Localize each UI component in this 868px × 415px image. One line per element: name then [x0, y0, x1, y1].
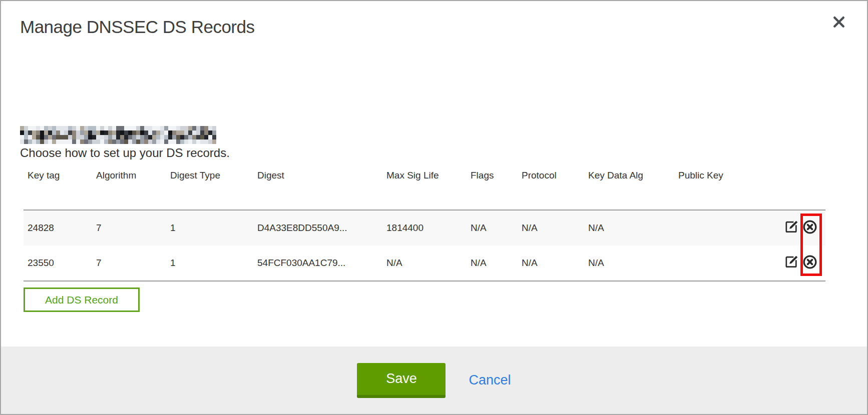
edit-pencil-icon	[784, 254, 799, 272]
cell-max-sig-life: N/A	[382, 258, 467, 268]
cell-algorithm: 7	[92, 258, 166, 268]
circle-x-delete-icon	[802, 220, 817, 237]
cell-key-tag: 23550	[24, 258, 92, 268]
cell-digest: 54FCF030AA1C79...	[253, 258, 382, 268]
col-header-protocol: Protocol	[518, 170, 584, 181]
page-title: Manage DNSSEC DS Records	[20, 17, 254, 37]
circle-x-delete-icon	[802, 254, 817, 272]
table-header-row: Key tag Algorithm Digest Type Digest Max…	[24, 170, 825, 181]
col-header-max-sig-life: Max Sig Life	[382, 170, 467, 181]
cell-protocol: N/A	[518, 222, 584, 234]
edit-pencil-icon	[784, 220, 799, 236]
cell-algorithm: 7	[92, 222, 166, 234]
cell-flags: N/A	[467, 222, 518, 234]
ds-records-table: 24828 7 1 D4A33E8DD550A9... 1814400 N/A …	[24, 210, 825, 282]
redacted-domain	[20, 126, 216, 144]
save-button[interactable]: Save	[357, 363, 446, 398]
cell-key-tag: 24828	[24, 222, 92, 234]
cell-protocol: N/A	[518, 258, 584, 268]
col-header-digest: Digest	[253, 170, 382, 181]
table-row: 24828 7 1 D4A33E8DD550A9... 1814400 N/A …	[24, 210, 825, 246]
delete-record-button[interactable]	[802, 220, 817, 236]
add-ds-record-button[interactable]: Add DS Record	[24, 288, 140, 312]
col-header-algorithm: Algorithm	[92, 170, 166, 181]
cell-digest-type: 1	[166, 258, 253, 268]
col-header-public-key: Public Key	[674, 170, 778, 181]
cell-digest: D4A33E8DD550A9...	[253, 222, 382, 234]
cell-key-data-alg: N/A	[584, 258, 674, 268]
close-button[interactable]	[831, 15, 847, 31]
col-header-digest-type: Digest Type	[166, 170, 253, 181]
cancel-link[interactable]: Cancel	[469, 372, 511, 388]
edit-record-button[interactable]	[784, 256, 799, 270]
col-header-key-tag: Key tag	[24, 170, 92, 181]
dialog-footer: Save Cancel	[1, 346, 867, 414]
col-header-flags: Flags	[467, 170, 518, 181]
dnssec-dialog: Manage DNSSEC DS Records Choose how to s…	[0, 0, 868, 415]
close-icon	[831, 14, 846, 32]
table-row: 23550 7 1 54FCF030AA1C79... N/A N/A N/A …	[24, 246, 825, 280]
instruction-text: Choose how to set up your DS records.	[20, 146, 230, 160]
cell-max-sig-life: 1814400	[382, 222, 467, 234]
cell-flags: N/A	[467, 258, 518, 268]
cell-key-data-alg: N/A	[584, 222, 674, 234]
edit-record-button[interactable]	[784, 220, 799, 236]
col-header-key-data-alg: Key Data Alg	[584, 170, 674, 181]
delete-record-button[interactable]	[802, 256, 817, 270]
cell-digest-type: 1	[166, 222, 253, 234]
